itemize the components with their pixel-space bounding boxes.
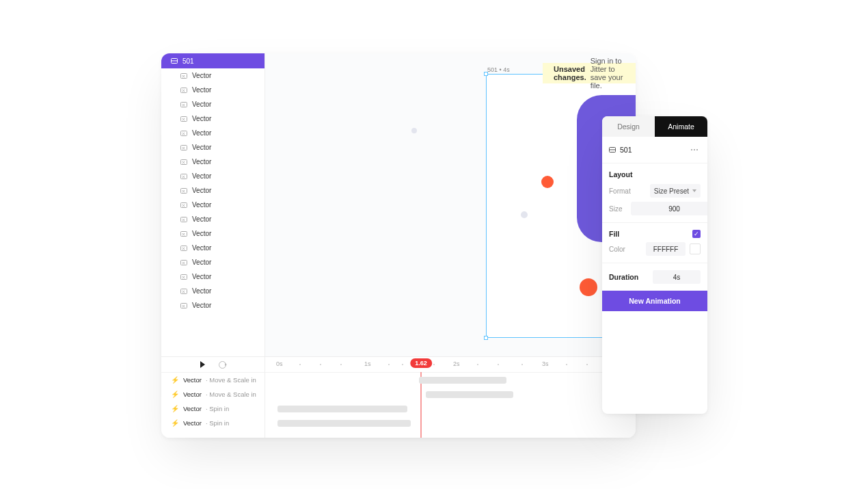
timeline-left: ⚡Vector · Move & Scale in⚡Vector · Move … <box>161 357 265 438</box>
ruler-dot <box>388 364 390 365</box>
track-layer-name: Vector <box>183 419 202 427</box>
timeline-track-label[interactable]: ⚡Vector · Move & Scale in <box>161 373 265 387</box>
layer-item-label: Vector <box>192 86 211 94</box>
layer-item[interactable]: Vector <box>161 269 265 284</box>
duration-title: Duration <box>609 273 638 281</box>
layer-root-frame[interactable]: 501 <box>161 53 265 68</box>
layer-item-label: Vector <box>192 201 211 209</box>
track-bar[interactable] <box>426 391 513 398</box>
layer-item[interactable]: Vector <box>161 198 265 212</box>
ruler-dot <box>586 364 588 365</box>
bolt-icon: ⚡ <box>171 419 179 427</box>
selected-frame-label: 501 <box>620 146 632 154</box>
image-icon <box>180 116 187 122</box>
canvas[interactable]: 501 • 4s Unsaved changes. Sign in to Jit… <box>265 53 636 356</box>
selection-handle-bl[interactable] <box>484 336 488 340</box>
layer-item[interactable]: Vector <box>161 111 265 126</box>
layer-item[interactable]: Vector <box>161 68 265 83</box>
artboard-label: 501 • 4s <box>487 66 510 73</box>
image-icon <box>180 88 187 93</box>
layer-item[interactable]: Vector <box>161 83 265 97</box>
image-icon <box>180 188 187 194</box>
new-animation-button[interactable]: New Animation <box>602 291 707 311</box>
layer-item[interactable]: Vector <box>161 183 265 198</box>
layer-item[interactable]: Vector <box>161 126 265 140</box>
image-icon <box>180 145 187 150</box>
layer-item-label: Vector <box>192 302 211 309</box>
ruler-tick-1: 1s <box>364 360 371 367</box>
layer-item[interactable]: Vector <box>161 298 265 313</box>
art-circle-orange-1 <box>541 176 554 188</box>
layer-item-label: Vector <box>192 101 211 108</box>
color-input[interactable] <box>646 242 686 256</box>
section-layout: Layout Format Size Preset Size <box>602 163 707 223</box>
layer-item-label: Vector <box>192 72 211 79</box>
image-icon <box>180 159 187 165</box>
loop-button[interactable] <box>219 361 226 369</box>
image-icon <box>180 260 187 265</box>
color-swatch[interactable] <box>690 243 701 254</box>
layout-title: Layout <box>609 170 701 179</box>
selected-frame[interactable]: 501 <box>609 146 632 154</box>
layer-item-label: Vector <box>192 187 211 194</box>
track-anim-name: · Spin in <box>206 405 229 412</box>
section-duration: Duration <box>602 263 707 291</box>
notice-bold: Unsaved changes. <box>554 65 586 81</box>
track-bar[interactable] <box>277 420 411 427</box>
app-window: 501 VectorVectorVectorVectorVectorVector… <box>161 53 636 438</box>
color-label: Color <box>609 246 625 253</box>
track-bar[interactable] <box>277 406 407 412</box>
selection-handle-tl[interactable] <box>484 72 488 76</box>
bolt-icon: ⚡ <box>171 391 179 398</box>
timeline-track-label[interactable]: ⚡Vector · Move & Scale in <box>161 387 265 401</box>
panel-tabs: Design Animate <box>602 116 707 137</box>
more-button[interactable]: ⋯ <box>688 144 701 156</box>
playhead-badge[interactable]: 1.62 <box>410 358 432 368</box>
layer-item-label: Vector <box>192 287 211 295</box>
layer-item[interactable]: Vector <box>161 97 265 111</box>
duration-input[interactable] <box>653 270 701 284</box>
track-bar[interactable] <box>419 377 506 384</box>
layer-item[interactable]: Vector <box>161 212 265 226</box>
layer-item[interactable]: Vector <box>161 169 265 183</box>
image-icon <box>180 73 187 79</box>
tab-animate[interactable]: Animate <box>655 116 707 137</box>
layer-item-label: Vector <box>192 244 211 252</box>
image-icon <box>180 274 187 280</box>
play-button[interactable] <box>200 361 205 368</box>
layer-item-label: Vector <box>192 259 211 266</box>
timeline-ruler[interactable]: 0s 1s 2s 3s 1.62 <box>265 357 636 373</box>
image-icon <box>180 202 187 208</box>
notice-signin-link[interactable]: Sign in to Jitter to save your file. <box>591 57 625 90</box>
width-input[interactable] <box>631 202 707 215</box>
layer-item[interactable]: Vector <box>161 226 265 241</box>
timeline-track-labels: ⚡Vector · Move & Scale in⚡Vector · Move … <box>161 373 265 430</box>
image-icon <box>180 246 187 251</box>
timeline-right: 0s 1s 2s 3s 1.62 <box>265 357 636 438</box>
size-label: Size <box>609 202 631 215</box>
fill-title: Fill <box>609 230 619 238</box>
format-select[interactable]: Size Preset <box>650 184 701 198</box>
bolt-icon: ⚡ <box>171 405 179 412</box>
layer-list: VectorVectorVectorVectorVectorVectorVect… <box>161 68 265 313</box>
layer-item-label: Vector <box>192 158 211 166</box>
track-anim-name: · Spin in <box>206 419 229 427</box>
format-label: Format <box>609 187 631 195</box>
timeline-track-label[interactable]: ⚡Vector · Spin in <box>161 416 265 430</box>
layer-item[interactable]: Vector <box>161 155 265 169</box>
timeline-controls <box>161 357 265 373</box>
layer-item[interactable]: Vector <box>161 255 265 269</box>
fill-checkbox[interactable]: ✓ <box>692 230 701 238</box>
art-circle-grey-1 <box>521 211 528 218</box>
timeline-track-label[interactable]: ⚡Vector · Spin in <box>161 401 265 416</box>
track-layer-name: Vector <box>183 391 202 398</box>
track-anim-name: · Move & Scale in <box>206 391 256 398</box>
layer-item[interactable]: Vector <box>161 140 265 155</box>
chevron-down-icon <box>692 189 696 192</box>
ruler-dot <box>566 364 567 365</box>
image-icon <box>180 217 187 222</box>
layer-item[interactable]: Vector <box>161 241 265 255</box>
ruler-dot <box>477 364 478 365</box>
tab-design[interactable]: Design <box>602 116 655 137</box>
layer-item[interactable]: Vector <box>161 284 265 298</box>
